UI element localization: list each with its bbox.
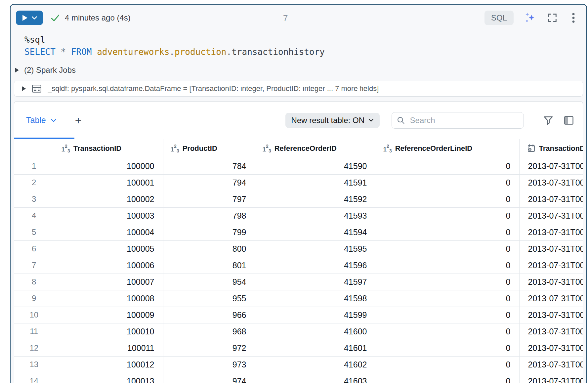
- data-cell: 0: [376, 274, 519, 290]
- column-header-referenceorderid[interactable]: 123ReferenceOrderID: [255, 139, 376, 158]
- column-header-row-index: [14, 139, 54, 158]
- data-cell: 41596: [255, 257, 376, 274]
- data-cell: 100001: [54, 174, 163, 191]
- table-row: 81000079544159702013-07-31T00:: [14, 274, 583, 290]
- column-header-transactionid[interactable]: 123TransactionID: [54, 139, 163, 158]
- data-cell: 0: [376, 323, 519, 340]
- number-type-icon: 123: [62, 144, 70, 153]
- number-type-icon: 123: [383, 144, 392, 153]
- code-editor[interactable]: %sql SELECT * FROM adventureworks.produc…: [24, 34, 586, 58]
- run-button[interactable]: [16, 11, 43, 25]
- table-row: 21000017944159102013-07-31T00:: [14, 174, 583, 191]
- kebab-menu-icon[interactable]: [568, 12, 578, 23]
- data-cell: 972: [163, 340, 255, 356]
- results-tabbar: Table + New result table: ON: [14, 102, 583, 139]
- run-options-chevron-icon[interactable]: [31, 16, 37, 20]
- spark-jobs-expander[interactable]: (2) Spark Jobs: [15, 65, 586, 75]
- sql-query-line: SELECT * FROM adventureworks.production.…: [24, 46, 586, 58]
- column-header-productid[interactable]: 123ProductID: [163, 139, 255, 158]
- table-row: 41000037984159302013-07-31T00:: [14, 207, 583, 224]
- table-row: 11000007844159002013-07-31T00:: [14, 158, 583, 174]
- data-cell: 0: [376, 191, 519, 207]
- row-index-cell: 4: [14, 207, 54, 224]
- data-cell: 2013-07-31T00:: [519, 240, 583, 257]
- data-cell: 100011: [54, 340, 163, 356]
- data-cell: 0: [376, 373, 519, 383]
- results-panel: Table + New result table: ON 123Transact…: [14, 101, 583, 383]
- data-cell: 100007: [54, 274, 163, 290]
- data-cell: 2013-07-31T00:: [519, 224, 583, 240]
- data-cell: 0: [376, 356, 519, 373]
- expander-triangle-icon: [15, 68, 19, 72]
- data-cell: 41602: [255, 356, 376, 373]
- row-index-cell: 11: [14, 323, 54, 340]
- data-cell: 41599: [255, 307, 376, 323]
- data-cell: 799: [163, 224, 255, 240]
- data-cell: 784: [163, 158, 255, 174]
- add-visualization-button[interactable]: +: [75, 115, 82, 126]
- data-cell: 41592: [255, 191, 376, 207]
- data-cell: 41595: [255, 240, 376, 257]
- expander-triangle-icon[interactable]: [22, 86, 26, 91]
- row-index-cell: 3: [14, 191, 54, 207]
- data-cell: 800: [163, 240, 255, 257]
- data-cell: 41591: [255, 174, 376, 191]
- cell-toolbar: 4 minutes ago (4s) 7 SQL: [11, 5, 586, 26]
- search-box: [392, 112, 524, 129]
- data-cell: 2013-07-31T00:: [519, 174, 583, 191]
- calendar-date-type-icon: [527, 144, 536, 153]
- data-cell: 798: [163, 207, 255, 224]
- data-cell: 100005: [54, 240, 163, 257]
- search-input[interactable]: [409, 115, 519, 125]
- column-header-transactiondate[interactable]: TransactionDate: [519, 139, 583, 158]
- data-cell: 968: [163, 323, 255, 340]
- data-cell: 973: [163, 356, 255, 373]
- row-index-cell: 2: [14, 174, 54, 191]
- data-cell: 100003: [54, 207, 163, 224]
- search-icon: [397, 115, 405, 125]
- data-cell: 41593: [255, 207, 376, 224]
- column-header-label: ReferenceOrderLineID: [395, 144, 473, 153]
- data-cell: 2013-07-31T00:: [519, 307, 583, 323]
- data-cell: 0: [376, 158, 519, 174]
- data-cell: 2013-07-31T00:: [519, 356, 583, 373]
- data-cell: 41594: [255, 224, 376, 240]
- data-cell: 100006: [54, 257, 163, 274]
- table-row: 141000139744160302013-07-31T00:: [14, 373, 583, 383]
- data-cell: 2013-07-31T00:: [519, 323, 583, 340]
- data-cell: 801: [163, 257, 255, 274]
- filter-icon[interactable]: [543, 115, 554, 126]
- spark-jobs-label: (2) Spark Jobs: [24, 65, 76, 75]
- data-cell: 100000: [54, 158, 163, 174]
- result-table: 123TransactionID123ProductID123Reference…: [14, 139, 583, 383]
- new-result-table-label: New result table: ON: [291, 116, 364, 125]
- tab-table[interactable]: Table: [26, 115, 57, 125]
- sqldf-result-box: _sqldf: pyspark.sql.dataframe.DataFrame …: [14, 81, 583, 97]
- data-cell: 100002: [54, 191, 163, 207]
- data-cell: 966: [163, 307, 255, 323]
- row-index-cell: 7: [14, 257, 54, 274]
- row-index-cell: 13: [14, 356, 54, 373]
- language-badge[interactable]: SQL: [484, 11, 514, 25]
- row-index-cell: 5: [14, 224, 54, 240]
- data-cell: 0: [376, 240, 519, 257]
- number-type-icon: 123: [263, 144, 271, 153]
- data-cell: 2013-07-31T00:: [519, 257, 583, 274]
- row-index-cell: 1: [14, 158, 54, 174]
- tab-table-label: Table: [26, 115, 46, 125]
- data-cell: 2013-07-31T00:: [519, 373, 583, 383]
- side-panel-toggle-icon[interactable]: [564, 115, 574, 126]
- row-index-cell: 10: [14, 307, 54, 323]
- row-index-cell: 9: [14, 290, 54, 307]
- table-row: 131000129734160202013-07-31T00:: [14, 356, 583, 373]
- data-cell: 2013-07-31T00:: [519, 340, 583, 356]
- assistant-sparkle-icon[interactable]: [524, 12, 536, 24]
- data-cell: 100004: [54, 224, 163, 240]
- sqldf-summary: _sqldf: pyspark.sql.dataframe.DataFrame …: [48, 84, 379, 93]
- new-result-table-toggle[interactable]: New result table: ON: [285, 113, 380, 128]
- success-check-icon: [50, 13, 60, 23]
- column-header-referenceorderlineid[interactable]: 123ReferenceOrderLineID: [376, 139, 519, 158]
- table-row: 101000099664159902013-07-31T00:: [14, 307, 583, 323]
- fullscreen-icon[interactable]: [547, 12, 558, 23]
- data-cell: 41597: [255, 274, 376, 290]
